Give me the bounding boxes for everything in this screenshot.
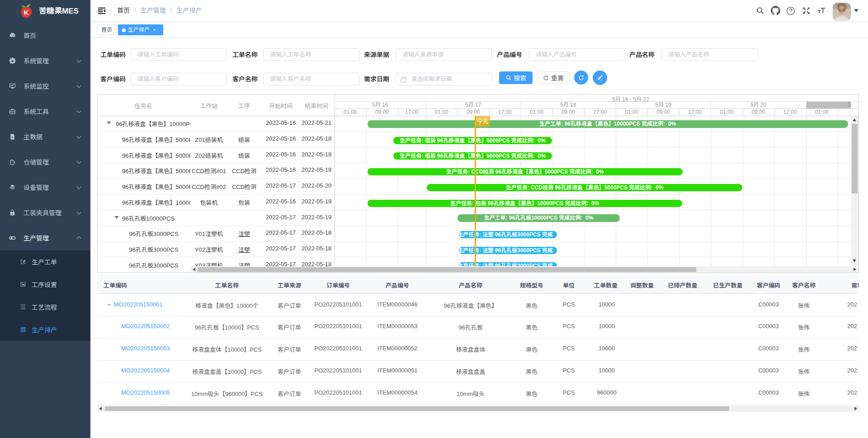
svg-text:K: K — [24, 9, 29, 16]
